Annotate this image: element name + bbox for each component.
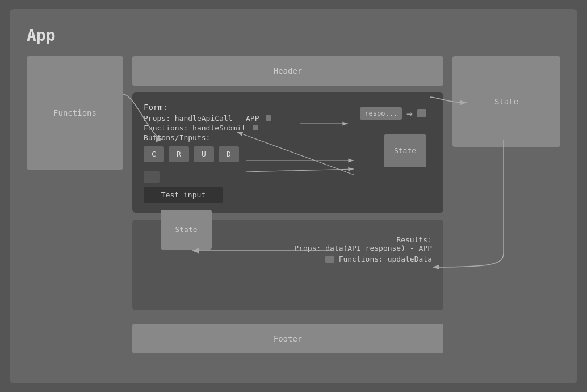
form-buttons-area: C R U D xyxy=(144,146,271,203)
results-state-box: State xyxy=(161,210,212,250)
test-input[interactable] xyxy=(144,187,223,203)
app-title: App xyxy=(27,26,560,45)
state-box-main: State xyxy=(452,56,560,147)
results-connector-dot xyxy=(325,256,334,263)
results-box: State Results: Props: data(API response)… xyxy=(132,220,443,310)
buttons-row: C R U D xyxy=(144,146,271,162)
form-box: Form: Props: handleApiCall - APP Functio… xyxy=(132,92,443,213)
results-props: Props: data(API response) - APP xyxy=(206,244,432,252)
functions-label: Functions xyxy=(53,108,97,117)
btn-u[interactable]: U xyxy=(194,146,214,162)
state-main-label: State xyxy=(494,97,518,106)
main-container: App Functions Header Form: Props: handle… xyxy=(10,9,577,383)
results-title: Results: xyxy=(206,235,432,244)
form-text-area: Form: Props: handleApiCall - APP Functio… xyxy=(144,103,271,203)
sub-connector-box xyxy=(144,171,160,183)
btn-r[interactable]: R xyxy=(169,146,189,162)
form-state-box: State xyxy=(384,134,426,167)
right-panel: State xyxy=(452,56,560,353)
props-connector-dot xyxy=(266,115,271,121)
form-buttons-label: Buttons/Inputs: xyxy=(144,133,271,142)
header-label: Header xyxy=(274,66,303,75)
response-box: respo... xyxy=(360,107,402,120)
form-title: Form: xyxy=(144,103,271,112)
form-right-area: respo... → State xyxy=(271,103,432,167)
results-functions: Functions: updateData xyxy=(339,255,432,263)
form-functions: Functions: handleSubmit xyxy=(144,124,271,132)
header-box: Header xyxy=(132,56,443,86)
arrow-right-1: → xyxy=(406,107,413,119)
left-panel: Functions xyxy=(27,56,123,353)
right-connector-dot xyxy=(417,109,426,117)
center-panel: Header Form: Props: handleApiCall - APP … xyxy=(132,56,443,353)
footer-box: Footer xyxy=(132,324,443,353)
btn-c[interactable]: C xyxy=(144,146,164,162)
form-props: Props: handleApiCall - APP xyxy=(144,114,271,123)
functions-box: Functions xyxy=(27,56,123,170)
footer-label: Footer xyxy=(274,334,303,343)
layout: Functions Header Form: Props: handleApiC… xyxy=(27,56,560,353)
functions-connector-dot xyxy=(253,125,258,130)
btn-d[interactable]: D xyxy=(219,146,239,162)
